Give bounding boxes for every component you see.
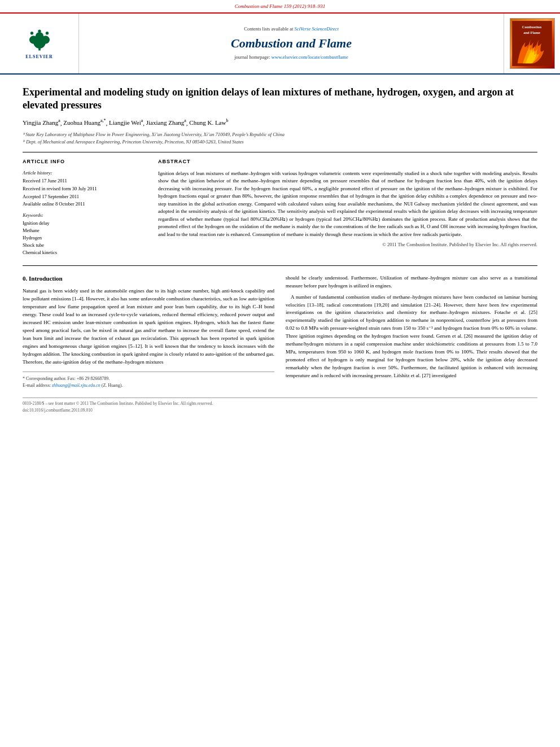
elsevier-tree-icon — [23, 27, 56, 53]
author-jiaxiang: Jiaxiang Zhanga — [146, 119, 186, 126]
elsevier-logo: ELSEVIER — [23, 27, 56, 60]
author-zuohua: Zuohua Huanga,* — [63, 119, 106, 126]
affiliation-b: ᵇ Dept. of Mechanical and Aerospace Engi… — [23, 138, 537, 146]
journal-cover-image: Combustion and Flame — [510, 18, 555, 69]
elsevier-label: ELSEVIER — [25, 54, 53, 60]
sciverse-link[interactable]: SciVerse ScienceDirect — [294, 26, 338, 32]
intro-body-left: Natural gas is been widely used in the a… — [23, 287, 274, 366]
journal-name-top: Combustion and Flame — [235, 3, 283, 9]
footer-section: 0010-2180/$ – see front matter © 2011 Th… — [23, 397, 537, 413]
author-yingjia: Yingjia Zhanga — [23, 119, 60, 126]
journal-banner: ELSEVIER Contents lists available at Sci… — [0, 14, 560, 75]
keyword-4: Shock tube — [23, 242, 147, 249]
intro-para-2: should be clearly understood. Furthermor… — [286, 274, 537, 290]
homepage-link[interactable]: www.elsevier.com/locate/combustflame — [272, 54, 348, 60]
keyword-1: Ignition delay — [23, 220, 147, 227]
intro-body-right: should be clearly understood. Furthermor… — [286, 274, 537, 380]
divider-2 — [23, 265, 537, 266]
intro-para-3: A number of fundamental combustion studi… — [286, 294, 537, 380]
article-info-abstract: ARTICLE INFO Article history: Received 1… — [23, 158, 537, 256]
svg-point-7 — [45, 32, 48, 34]
body-columns: 0. Introduction Natural gas is been wide… — [23, 274, 537, 390]
paper-title: Experimental and modeling study on ignit… — [23, 86, 537, 112]
copyright-line: © 2011 The Combustion Institute. Publish… — [158, 242, 537, 248]
journal-header-center: Contents lists available at SciVerse Sci… — [79, 14, 504, 73]
date-received: Received 17 June 2011 — [23, 178, 147, 185]
journal-title-banner: Combustion and Flame — [231, 35, 352, 53]
keyword-2: Methane — [23, 228, 147, 234]
date-accepted: Accepted 17 September 2011 — [23, 194, 147, 200]
footer-doi: doi:10.1016/j.combustflame.2011.09.010 — [23, 407, 537, 413]
intro-heading: 0. Introduction — [23, 274, 274, 283]
footer-issn: 0010-2180/$ – see front matter © 2011 Th… — [23, 400, 537, 407]
svg-point-5 — [30, 32, 33, 34]
date-available: Available online 8 October 2011 — [23, 201, 147, 208]
footnote-corresponding: * Corresponding author. Fax: +86 29 8266… — [23, 375, 274, 382]
svg-point-6 — [38, 29, 41, 32]
author-chung: Chung K. Lawb — [189, 119, 228, 126]
footnote-section: * Corresponding author. Fax: +86 29 8266… — [23, 372, 274, 389]
abstract-column: ABSTRACT Ignition delays of lean mixture… — [158, 158, 537, 256]
intro-para-1: Natural gas is been widely used in the a… — [23, 287, 274, 366]
author-liangjie: Liangjie Weia — [109, 119, 143, 126]
page: Combustion and Flame 159 (2012) 918–931 — [0, 0, 560, 747]
main-content: Experimental and modeling study on ignit… — [0, 75, 560, 425]
keywords-label: Keywords: — [23, 212, 147, 219]
abstract-heading: ABSTRACT — [158, 158, 537, 165]
affiliation-a: ᵃ State Key Laboratory of Multiphase Flo… — [23, 131, 537, 138]
article-info-column: ARTICLE INFO Article history: Received 1… — [23, 158, 147, 256]
intro-title: Introduction — [29, 275, 63, 282]
volume-issue: 159 (2012) 918–931 — [284, 3, 326, 9]
elsevier-logo-section: ELSEVIER — [0, 14, 79, 73]
sciverse-text: Contents lists available at — [244, 26, 293, 32]
affiliations: ᵃ State Key Laboratory of Multiphase Flo… — [23, 131, 537, 146]
svg-point-4 — [35, 32, 43, 40]
divider-1 — [23, 152, 537, 152]
footnote-email-name: (Z. Huang). — [102, 383, 123, 388]
abstract-text: Ignition delays of lean mixtures of meth… — [158, 170, 537, 239]
svg-text:Combustion: Combustion — [522, 25, 542, 29]
cover-flame-svg: Combustion and Flame — [511, 21, 553, 66]
date-revised: Received in revised form 30 July 2011 — [23, 186, 147, 193]
article-info-heading: ARTICLE INFO — [23, 158, 147, 165]
journal-homepage: journal homepage: www.elsevier.com/locat… — [234, 54, 348, 61]
intro-number: 0. — [23, 275, 27, 282]
body-col-right: should be clearly understood. Furthermor… — [286, 274, 537, 390]
history-label: Article history: — [23, 170, 147, 177]
footnote-email-link[interactable]: zhhuang@mail.xjtu.edu.cn — [52, 383, 100, 388]
body-col-left: 0. Introduction Natural gas is been wide… — [23, 274, 274, 390]
keywords-section: Keywords: Ignition delay Methane Hydroge… — [23, 212, 147, 256]
journal-cover-section: Combustion and Flame — [504, 14, 560, 73]
sciverse-line: Contents lists available at SciVerse Sci… — [244, 26, 339, 33]
keyword-3: Hydrogen — [23, 235, 147, 242]
svg-text:and Flame: and Flame — [523, 30, 540, 34]
keyword-5: Chemical kinetics — [23, 250, 147, 256]
footnote-email: E-mail address: zhhuang@mail.xjtu.edu.cn… — [23, 382, 274, 389]
header-top-bar: Combustion and Flame 159 (2012) 918–931 — [0, 0, 560, 14]
authors-line: Yingjia Zhanga, Zuohua Huanga,*, Liangji… — [23, 118, 537, 128]
